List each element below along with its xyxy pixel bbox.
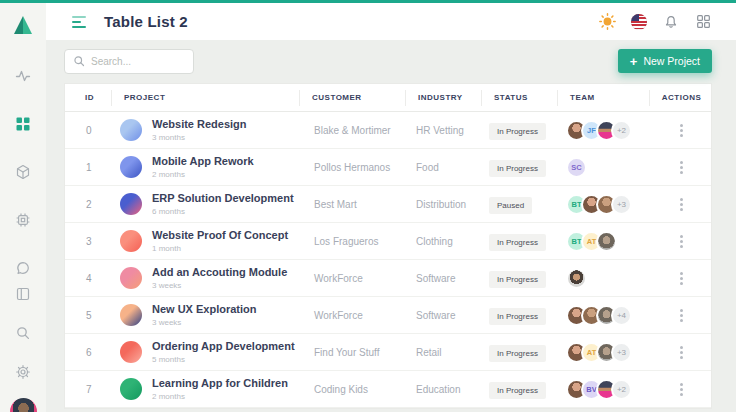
- user-avatar[interactable]: [10, 398, 37, 412]
- row-actions-menu[interactable]: [672, 379, 691, 400]
- cell-project: Mobile App Rework2 months: [111, 155, 299, 178]
- project-icon: [120, 156, 142, 178]
- team-avatar: [566, 268, 587, 289]
- project-name: Mobile App Rework: [152, 155, 254, 168]
- status-badge: In Progress: [489, 345, 546, 362]
- cell-industry: Retail: [405, 347, 481, 358]
- cell-status: In Progress: [481, 268, 557, 288]
- project-duration: 2 months: [152, 392, 288, 401]
- apps-grid-icon[interactable]: [694, 13, 712, 31]
- row-actions-menu[interactable]: [672, 342, 691, 363]
- project-icon: [120, 267, 142, 289]
- cpu-icon[interactable]: [10, 207, 36, 233]
- project-duration: 3 months: [152, 133, 247, 142]
- project-duration: 6 months: [152, 207, 294, 216]
- theme-sun-icon[interactable]: [598, 13, 616, 31]
- cell-team: BT+3: [557, 194, 649, 215]
- column-header-team: TEAM: [557, 90, 649, 106]
- notifications-bell-icon[interactable]: [662, 13, 680, 31]
- status-badge: In Progress: [489, 271, 546, 288]
- cell-actions: [649, 120, 713, 141]
- cell-team: BV+2: [557, 379, 649, 400]
- cell-customer: Blake & Mortimer: [299, 125, 405, 136]
- search-input[interactable]: [91, 56, 181, 67]
- dashboard-grid-icon[interactable]: [10, 111, 36, 137]
- cell-customer: Find Your Stuff: [299, 347, 405, 358]
- cell-actions: [649, 194, 713, 215]
- layout-icon[interactable]: [10, 281, 36, 307]
- project-text: Learning App for Children2 months: [152, 377, 288, 400]
- page-header: Table List 2: [46, 3, 736, 40]
- project-duration: 1 month: [152, 244, 288, 253]
- search-box: [64, 49, 194, 74]
- table-body: 0Website Redesign3 monthsBlake & Mortime…: [65, 112, 711, 408]
- project-duration: 3 weeks: [152, 281, 287, 290]
- status-badge: In Progress: [489, 160, 546, 177]
- cell-project: Add an Accouting Module3 weeks: [111, 266, 299, 289]
- cell-project: Website Proof Of Concept1 month: [111, 229, 299, 252]
- cell-project: Website Redesign3 months: [111, 118, 299, 141]
- menu-toggle-icon[interactable]: [72, 16, 86, 28]
- table-row: 5New UX Exploration3 weeksWorkForceSoftw…: [65, 297, 711, 334]
- status-badge: In Progress: [489, 123, 546, 140]
- row-actions-menu[interactable]: [672, 194, 691, 215]
- project-icon: [120, 378, 142, 400]
- cell-actions: [649, 342, 713, 363]
- table-row: 1Mobile App Rework2 monthsPollos Hermano…: [65, 149, 711, 186]
- cell-status: In Progress: [481, 379, 557, 399]
- column-header-project: PROJECT: [111, 90, 299, 106]
- project-icon: [120, 304, 142, 326]
- language-us-flag-icon[interactable]: [630, 13, 648, 31]
- cell-actions: [649, 268, 713, 289]
- new-project-button[interactable]: + New Project: [618, 49, 712, 73]
- new-project-label: New Project: [643, 55, 700, 67]
- table-header-row: IDPROJECTCUSTOMERINDUSTRYSTATUSTEAMACTIO…: [65, 84, 711, 112]
- app-logo[interactable]: [11, 13, 35, 41]
- activity-icon[interactable]: [10, 63, 36, 89]
- status-badge: In Progress: [489, 308, 546, 325]
- team-more-badge: +3: [611, 342, 632, 363]
- project-duration: 5 months: [152, 355, 295, 364]
- project-name: Ordering App Development: [152, 340, 295, 353]
- table-row: 6Ordering App Development5 monthsFind Yo…: [65, 334, 711, 371]
- project-text: Website Proof Of Concept1 month: [152, 229, 288, 252]
- team-more-badge: +2: [611, 379, 632, 400]
- gear-icon[interactable]: [10, 359, 36, 385]
- team-more-badge: +3: [611, 194, 632, 215]
- cell-status: In Progress: [481, 305, 557, 325]
- projects-table: IDPROJECTCUSTOMERINDUSTRYSTATUSTEAMACTIO…: [64, 83, 712, 409]
- project-icon: [120, 341, 142, 363]
- row-actions-menu[interactable]: [672, 231, 691, 252]
- table-row: 0Website Redesign3 monthsBlake & Mortime…: [65, 112, 711, 149]
- column-header-customer: CUSTOMER: [299, 90, 405, 106]
- search-icon[interactable]: [10, 320, 36, 346]
- cell-id: 6: [65, 347, 111, 358]
- cell-team: SC: [557, 157, 649, 178]
- row-actions-menu[interactable]: [672, 268, 691, 289]
- project-name: Website Redesign: [152, 118, 247, 131]
- cell-id: 0: [65, 125, 111, 136]
- project-text: New UX Exploration3 weeks: [152, 303, 257, 326]
- cell-team: [557, 268, 649, 289]
- row-actions-menu[interactable]: [672, 305, 691, 326]
- team-more-badge: +4: [611, 305, 632, 326]
- package-icon[interactable]: [10, 159, 36, 185]
- row-actions-menu[interactable]: [672, 157, 691, 178]
- project-text: Website Redesign3 months: [152, 118, 247, 141]
- column-header-industry: INDUSTRY: [405, 90, 481, 106]
- cell-industry: Food: [405, 162, 481, 173]
- cell-id: 7: [65, 384, 111, 395]
- team-avatar-initials: SC: [566, 157, 587, 178]
- project-icon: [120, 193, 142, 215]
- page-title: Table List 2: [104, 13, 188, 30]
- main-content: + New Project IDPROJECTCUSTOMERINDUSTRYS…: [46, 40, 736, 412]
- cell-status: In Progress: [481, 120, 557, 140]
- team-avatar: [596, 231, 617, 252]
- table-row: 7Learning App for Children2 monthsCoding…: [65, 371, 711, 408]
- chat-icon[interactable]: [10, 255, 36, 281]
- project-duration: 3 weeks: [152, 318, 257, 327]
- project-duration: 2 months: [152, 170, 254, 179]
- table-row: 2ERP Solution Development6 monthsBest Ma…: [65, 186, 711, 223]
- table-row: 4Add an Accouting Module3 weeksWorkForce…: [65, 260, 711, 297]
- row-actions-menu[interactable]: [672, 120, 691, 141]
